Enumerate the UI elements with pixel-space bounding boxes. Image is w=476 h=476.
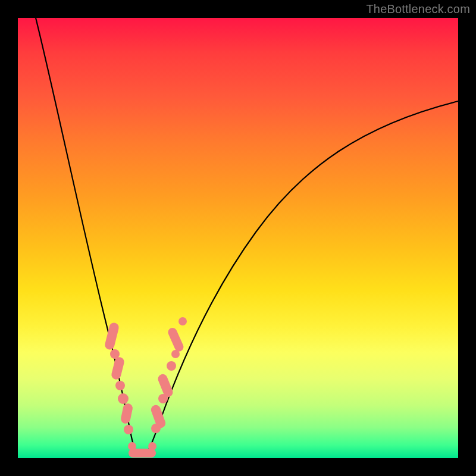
- svg-point-4: [118, 393, 129, 404]
- svg-rect-2: [111, 356, 126, 381]
- svg-point-17: [148, 442, 156, 450]
- svg-point-14: [178, 317, 187, 325]
- plot-area: [18, 18, 458, 458]
- svg-point-16: [128, 442, 136, 450]
- chart-frame: TheBottleneck.com: [0, 0, 476, 476]
- svg-rect-5: [120, 403, 134, 425]
- svg-point-6: [124, 425, 133, 434]
- left-arm-dots: [104, 322, 134, 434]
- svg-rect-10: [156, 372, 174, 398]
- bottom-dots: [128, 442, 156, 458]
- chart-svg: [18, 18, 458, 458]
- watermark-text: TheBottleneck.com: [366, 2, 470, 16]
- svg-rect-13: [167, 327, 185, 353]
- svg-point-11: [167, 361, 176, 371]
- svg-point-3: [115, 381, 125, 390]
- right-arm-dots: [150, 317, 187, 433]
- bottleneck-curve: [36, 18, 458, 457]
